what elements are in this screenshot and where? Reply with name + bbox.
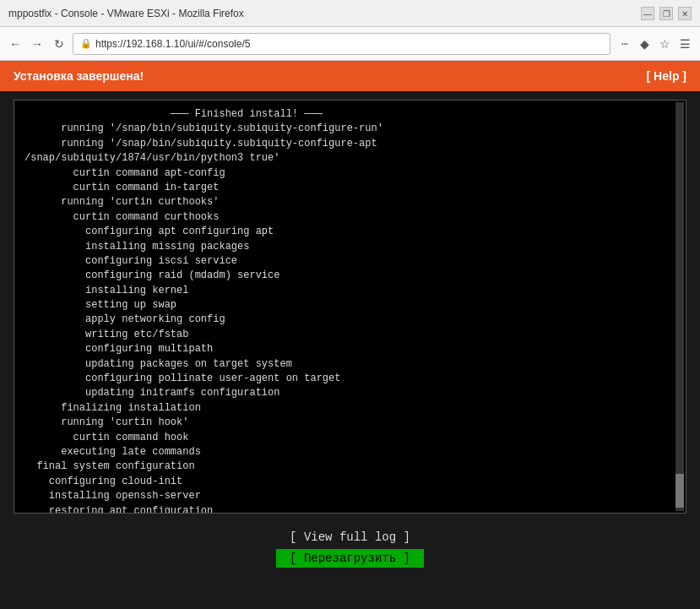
buttons-area: [ View full log ] [ Перезагрузить ] — [0, 522, 700, 579]
menu-dots-icon[interactable]: ··· — [616, 35, 632, 52]
status-text: Установка завершена! — [14, 69, 144, 83]
browser-navbar: ← → ↻ 🔒 https://192.168.1.10/ui/#/consol… — [0, 27, 700, 61]
reboot-button[interactable]: [ Перезагрузить ] — [276, 549, 424, 568]
lock-icon: 🔒 — [80, 38, 92, 49]
console-output: ——— Finished install! ——— running '/snap… — [18, 106, 682, 514]
close-button[interactable]: ✕ — [678, 7, 692, 20]
browser-title: mppostfix - Console - VMware ESXi - Mozi… — [8, 8, 244, 19]
window-controls[interactable]: — ❐ ✕ — [641, 7, 692, 20]
star-icon[interactable]: ☆ — [656, 35, 673, 52]
console-container: ——— Finished install! ——— running '/snap… — [14, 100, 686, 514]
url-text: https://192.168.1.10/ui/#/console/5 — [95, 38, 250, 50]
back-button[interactable]: ← — [7, 35, 24, 52]
help-label[interactable]: [ Help ] — [647, 69, 686, 83]
bookmark-icon[interactable]: ◆ — [636, 35, 653, 52]
ubuntu-header: Установка завершена! [ Help ] — [0, 61, 700, 91]
forward-button[interactable]: → — [29, 35, 46, 52]
scrollbar-thumb[interactable] — [676, 474, 684, 508]
restore-button[interactable]: ❐ — [659, 7, 673, 20]
view-full-log-button[interactable]: [ View full log ] — [290, 530, 410, 544]
console-scrollbar[interactable] — [676, 102, 684, 511]
reload-button[interactable]: ↻ — [51, 35, 68, 52]
hamburger-icon[interactable]: ☰ — [676, 35, 693, 52]
main-content: Установка завершена! [ Help ] ——— Finish… — [0, 61, 700, 609]
browser-titlebar: mppostfix - Console - VMware ESXi - Mozi… — [0, 0, 700, 27]
nav-right-icons: ··· ◆ ☆ ☰ — [616, 35, 693, 52]
address-bar[interactable]: 🔒 https://192.168.1.10/ui/#/console/5 — [73, 33, 610, 55]
minimize-button[interactable]: — — [641, 7, 654, 20]
